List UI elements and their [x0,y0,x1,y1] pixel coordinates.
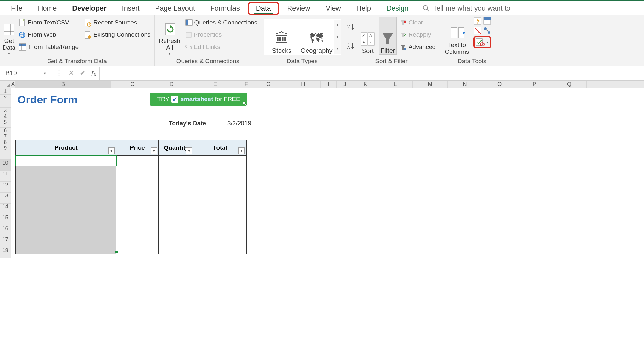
filter-button[interactable]: Filter [379,17,397,55]
row-12[interactable]: 12 [0,182,11,193]
tab-help[interactable]: Help [349,2,379,14]
advanced-filter-button[interactable]: Advanced [399,41,437,53]
row-14[interactable]: 14 [0,204,11,214]
row-11[interactable]: 11 [0,171,11,182]
tab-view[interactable]: View [318,2,348,14]
get-data-button[interactable]: Get Data ▼ [3,17,15,55]
filter-dropdown-icon[interactable]: ▼ [151,147,157,154]
relationships-icon[interactable] [483,26,491,35]
from-text-csv-button[interactable]: From Text/CSV [17,17,80,28]
col-M[interactable]: M [413,81,448,88]
row-4[interactable]: 4 [0,113,11,119]
tab-formulas[interactable]: Formulas [203,2,248,14]
filter-dropdown-icon[interactable]: ▼ [238,147,245,154]
filter-dropdown-icon[interactable]: ▼ [108,147,115,154]
gallery-more[interactable]: ▾ [334,43,341,54]
table-row[interactable] [16,221,246,232]
cells-area[interactable]: Order Form TRY ✔ smartsheet for FREE ↖ T… [11,88,644,258]
col-G[interactable]: G [251,81,286,88]
tab-home[interactable]: Home [30,2,64,14]
col-L[interactable]: L [378,81,413,88]
col-B[interactable]: B [15,81,111,88]
row-10[interactable]: 10 [0,160,11,171]
consolidate-icon[interactable] [483,17,491,25]
fill-handle[interactable] [115,251,118,253]
row-6[interactable]: 6 [0,128,11,133]
tab-design[interactable]: Design [379,2,416,14]
from-web-button[interactable]: From Web [17,29,80,41]
text-to-columns-button[interactable]: Text to Columns [442,17,471,55]
row-13[interactable]: 13 [0,193,11,204]
tab-page-layout[interactable]: Page Layout [147,2,203,14]
gallery-up[interactable]: ▲ [334,20,341,31]
row-8[interactable]: 8 [0,139,11,145]
sort-button[interactable]: ZAAZ Sort [359,17,377,55]
col-A[interactable]: A [11,81,15,88]
col-K[interactable]: K [353,81,378,88]
row-16[interactable]: 16 [0,225,11,236]
table-row[interactable] [16,155,246,166]
sort-asc-button[interactable]: AZ [346,20,357,32]
fx-icon[interactable]: fx [91,68,96,78]
th-quantity[interactable]: Quantity ▼ [159,140,194,155]
row-5[interactable]: 5 [0,119,11,128]
col-P[interactable]: P [517,81,552,88]
queries-connections-button[interactable]: Queries & Connections [184,17,259,28]
edit-links-button[interactable]: Edit Links [184,41,259,53]
from-table-range-button[interactable]: From Table/Range [17,41,80,53]
row-15[interactable]: 15 [0,214,11,225]
col-F[interactable]: F [242,81,251,88]
table-row[interactable] [16,210,246,221]
tab-data[interactable]: Data [248,2,279,15]
col-Q[interactable]: Q [552,81,587,88]
data-validation-dropdown[interactable]: ▼ [486,41,489,44]
recent-sources-button[interactable]: Recent Sources [83,17,152,28]
existing-connections-button[interactable]: Existing Connections [83,29,152,41]
name-box[interactable]: B10 ▼ [2,67,50,80]
row-17[interactable]: 17 [0,236,11,247]
col-O[interactable]: O [482,81,517,88]
geography-type[interactable]: 🗺 Geography [299,20,334,54]
tab-insert[interactable]: Insert [114,2,147,14]
row-2[interactable]: 2 [0,95,11,108]
table-row[interactable] [16,166,246,177]
row-9[interactable]: 9 [0,145,11,160]
th-product[interactable]: Product ▼ [16,140,116,155]
col-D[interactable]: D [154,81,189,88]
row-1[interactable]: 1 [0,88,11,95]
sort-desc-button[interactable]: ZA [346,40,357,51]
data-validation-button[interactable] [475,38,485,46]
col-H[interactable]: H [286,81,321,88]
formula-input[interactable] [99,67,644,80]
table-row[interactable] [16,188,246,199]
cancel-icon[interactable]: ✕ [68,69,74,77]
properties-button[interactable]: Properties [184,29,259,41]
gallery-down[interactable]: ▼ [334,31,341,43]
filter-dropdown-icon[interactable]: ▼ [186,147,192,154]
col-E[interactable]: E [189,81,242,88]
table-row[interactable] [16,199,246,210]
col-N[interactable]: N [448,81,482,88]
table-row[interactable] [16,243,246,254]
th-price[interactable]: Price ▼ [116,140,159,155]
enter-icon[interactable]: ✔ [80,69,86,77]
tell-me-search[interactable]: Tell me what you want to [422,4,510,13]
col-J[interactable]: J [337,81,353,88]
select-all-corner[interactable] [0,81,11,88]
row-18[interactable]: 18 [0,247,11,258]
remove-duplicates-icon[interactable] [473,26,482,35]
table-row[interactable] [16,177,246,188]
reapply-button[interactable]: Reapply [399,29,437,41]
stocks-type[interactable]: 🏛 Stocks [264,20,299,54]
col-C[interactable]: C [111,81,154,88]
clear-filter-button[interactable]: Clear [399,17,437,28]
tab-developer[interactable]: Developer [64,2,114,14]
refresh-all-button[interactable]: Refresh All ▼ [157,17,182,55]
table-row[interactable] [16,232,246,243]
col-I[interactable]: I [321,81,337,88]
th-total[interactable]: Total ▼ [194,140,246,155]
tab-review[interactable]: Review [279,2,318,14]
tab-file[interactable]: File [3,2,30,14]
smartsheet-banner[interactable]: TRY ✔ smartsheet for FREE ↖ [150,93,247,106]
flash-fill-icon[interactable] [473,17,482,25]
